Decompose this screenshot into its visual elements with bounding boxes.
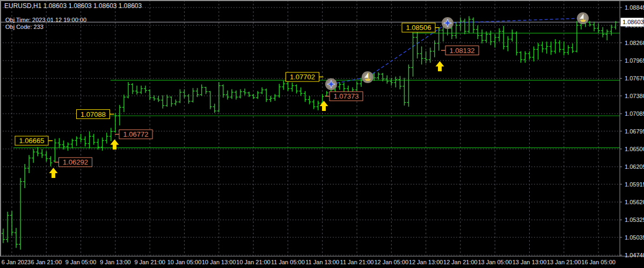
trade-label-orange[interactable]: 1.07373 xyxy=(325,92,363,101)
time-axis-label: 16 Jan 05:00 xyxy=(581,259,616,265)
object-code-text: Obj Code: 233 xyxy=(5,24,43,30)
chart-background xyxy=(0,0,644,268)
trade-label-yellow[interactable]: 1.08506 xyxy=(402,23,440,32)
time-axis-label: 10 Jan 21:00 xyxy=(236,259,270,265)
time-axis-label: 13 Jan 05:00 xyxy=(478,259,512,265)
trade-label-yellow[interactable]: 1.07702 xyxy=(286,72,324,81)
time-axis-label: 11 Jan 13:00 xyxy=(305,259,339,265)
price-axis-label: 1.06795 xyxy=(625,128,644,135)
chart-title: EURUSD,H1 1.08603 1.08603 1.08603 1.0860… xyxy=(4,2,142,10)
price-axis-label: 1.05620 xyxy=(625,199,644,205)
time-axis-label: 6 Jan 2023 xyxy=(2,259,31,265)
pointer-marker[interactable] xyxy=(442,17,453,29)
time-axis-label: 10 Jan 05:00 xyxy=(167,259,202,265)
label-price-text: 1.07088 xyxy=(80,110,106,118)
time-axis-label: 6 Jan 21:00 xyxy=(31,259,62,265)
time-axis-label: 12 Jan 21:00 xyxy=(443,259,478,265)
bid-price-text: 1.08603 xyxy=(623,19,644,25)
price-axis-label: 1.04740 xyxy=(625,252,644,258)
sail-marker[interactable] xyxy=(362,71,374,83)
trade-label-yellow[interactable]: 1.06665 xyxy=(15,136,53,145)
price-axis-label: 1.05035 xyxy=(625,234,644,241)
mt4-chart-window: 1.066651.070881.077021.085061.062921.067… xyxy=(0,0,644,268)
pointer-marker[interactable] xyxy=(325,78,337,90)
time-axis-label: 11 Jan 21:00 xyxy=(340,259,374,265)
label-price-text: 1.06772 xyxy=(123,130,149,138)
time-axis-label: 12 Jan 13:00 xyxy=(409,259,443,265)
label-price-text: 1.08132 xyxy=(450,47,475,55)
time-axis-label: 12 Jan 05:00 xyxy=(374,259,408,265)
label-price-text: 1.07373 xyxy=(334,92,359,100)
price-axis-label: 1.08260 xyxy=(625,40,644,46)
price-axis-label: 1.06205 xyxy=(625,163,644,170)
price-axis-label: 1.05325 xyxy=(625,217,644,223)
trade-label-yellow[interactable]: 1.07088 xyxy=(77,110,114,119)
time-axis-label: 13 Jan 21:00 xyxy=(547,259,581,265)
object-time-text: Obj Time: 2023.01.12 19:00:00 xyxy=(5,17,86,23)
price-axis-label: 1.05915 xyxy=(625,181,644,188)
price-axis-label: 1.07670 xyxy=(625,75,644,81)
label-price-text: 1.07702 xyxy=(290,73,315,81)
price-axis-label: 1.07965 xyxy=(625,57,644,64)
window-left-edge xyxy=(0,0,1,256)
trade-label-orange[interactable]: 1.06772 xyxy=(115,130,152,139)
label-price-text: 1.06292 xyxy=(63,158,88,166)
trade-label-orange[interactable]: 1.06292 xyxy=(55,158,92,167)
time-axis-label: 10 Jan 13:00 xyxy=(202,259,236,265)
time-axis-label: 9 Jan 13:00 xyxy=(100,259,131,265)
time-axis-label: 13 Jan 13:00 xyxy=(513,259,547,265)
price-axis-label: 1.07380 xyxy=(625,93,644,99)
time-axis-label: 9 Jan 21:00 xyxy=(134,259,165,265)
time-axis-label: 9 Jan 05:00 xyxy=(65,259,97,265)
time-axis[interactable]: 6 Jan 20236 Jan 21:009 Jan 05:009 Jan 13… xyxy=(2,259,616,265)
price-axis-label: 1.07085 xyxy=(625,110,644,117)
label-price-text: 1.08506 xyxy=(406,24,431,32)
bid-price-box: 1.08603 xyxy=(621,18,644,26)
sail-marker[interactable] xyxy=(577,12,589,24)
time-axis-label: 11 Jan 05:00 xyxy=(271,259,305,265)
label-price-text: 1.06665 xyxy=(19,137,45,145)
price-axis-label: 1.06500 xyxy=(625,146,644,152)
window-top-edge xyxy=(0,0,644,1)
trade-label-orange[interactable]: 1.08132 xyxy=(441,46,479,55)
price-chart-canvas[interactable]: 1.066651.070881.077021.085061.062921.067… xyxy=(0,0,644,268)
price-axis-label: 1.08845 xyxy=(625,4,644,11)
